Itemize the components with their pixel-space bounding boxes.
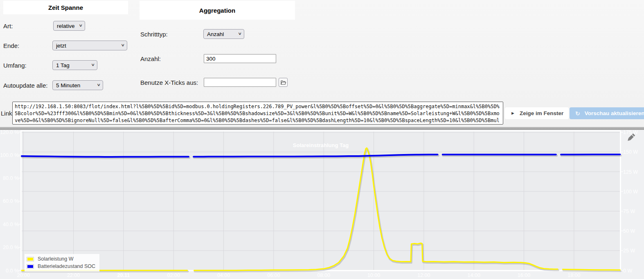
schritttyp-select[interactable]: Anzahl ∨ [203, 29, 244, 39]
x-tick-label: 08:00 [317, 272, 330, 278]
y-left-tick-label: 40.0 % [3, 222, 19, 227]
link-url-textarea[interactable]: http://192.168.1.50:8083/flot/index.html… [12, 102, 503, 125]
umfang-select[interactable]: 1 Tag ∨ [52, 60, 97, 70]
chart-legend: Solarleistung W Batterieladezustand SOC [25, 254, 99, 272]
y-left-tick-label: 120.0 % [0, 130, 19, 135]
legend-swatch-soc [27, 264, 34, 269]
umfang-label: Umfang: [3, 62, 27, 69]
y-right-tick-label: 125 W [623, 169, 638, 175]
legend-swatch-solarleistung [27, 257, 34, 261]
y-right-tick-label: 100 W [623, 189, 638, 195]
refresh-preview-button[interactable]: ↻ Vorschau aktualisieren [570, 107, 644, 119]
x-tick-label: 20.11 [117, 272, 130, 278]
anzahl-input[interactable] [204, 54, 276, 63]
autoupdate-select-control[interactable]: 5 Minuten [52, 80, 103, 90]
flot-settings-page: { "zeit_spanne": { "title": "Zeit Spanne… [0, 0, 644, 279]
schritttyp-label: Schritttyp: [140, 31, 168, 38]
y-right-tick-label: 25 W [623, 248, 635, 254]
xticks-label: Benutze X-Ticks aus: [140, 79, 198, 86]
link-label: Link [1, 110, 12, 117]
x-tick-label: 06:00 [267, 272, 280, 278]
y-left-tick-label: 80.0 % [3, 175, 19, 181]
x-tick-label: 02:00 [167, 272, 180, 278]
x-tick-label: 18:00 [567, 272, 580, 278]
ende-select[interactable]: jetzt ∨ [52, 41, 127, 50]
show-in-window-label: Zeige im Fenster [520, 110, 563, 116]
schritttyp-select-control[interactable]: Anzahl [203, 29, 244, 39]
autoupdate-select[interactable]: 5 Minuten ∨ [52, 80, 103, 90]
art-select[interactable]: relative ∨ [53, 21, 85, 31]
xticks-browse-button[interactable] [279, 78, 288, 87]
legend-item-soc: Batterieladezustand SOC [27, 263, 95, 270]
legend-label-solarleistung: Solarleistung W [38, 256, 74, 262]
show-in-window-button[interactable]: ► Zeige im Fenster [505, 107, 569, 119]
umfang-select-control[interactable]: 1 Tag [52, 60, 97, 70]
art-label: Art: [3, 23, 13, 29]
xticks-input[interactable] [204, 78, 276, 87]
x-tick-label: 04:00 [217, 272, 230, 278]
y-right-tick-label: 75 W [623, 209, 635, 214]
y-left-tick-label: 100.0 % [0, 152, 19, 158]
legend-label-soc: Batterieladezustand SOC [38, 263, 95, 269]
x-tick-label: 14:00 [468, 272, 480, 278]
x-tick-label: 16:00 [518, 272, 530, 278]
y-left-tick-label: 60.0 % [3, 198, 19, 204]
chart-preview: 0.0 %20.0 %40.0 %60.0 %80.0 %100.0 %120.… [0, 130, 644, 279]
ende-label: Ende: [3, 42, 19, 49]
play-icon: ► [511, 111, 515, 116]
edit-pencil-icon[interactable] [625, 132, 637, 143]
ende-select-control[interactable]: jetzt [52, 41, 127, 50]
legend-item-solarleistung: Solarleistung W [27, 255, 95, 263]
preview-divider [0, 127, 644, 130]
open-folder-icon [281, 80, 286, 85]
y-right-tick-label: 150 W [623, 149, 638, 155]
x-tick-label: 22:00 [67, 272, 80, 278]
aggregation-panel-title: Aggregation [140, 1, 295, 20]
refresh-icon: ↻ [575, 111, 580, 116]
autoupdate-label: Autoupdate alle: [3, 82, 47, 89]
y-right-tick-label: 50 W [623, 228, 635, 234]
x-tick-label: 20:00 [17, 272, 30, 278]
x-tick-label: 10:00 [367, 272, 380, 278]
refresh-preview-label: Vorschau aktualisieren [585, 110, 644, 116]
anzahl-label: Anzahl: [140, 55, 161, 62]
x-tick-label: 12:00 [417, 272, 430, 278]
y-left-tick-label: 20.0 % [3, 245, 19, 250]
art-select-control[interactable]: relative [53, 21, 85, 31]
zeit-spanne-panel-title: Zeit Spanne [3, 1, 128, 14]
y-right-tick-label: 0 W [623, 268, 632, 274]
